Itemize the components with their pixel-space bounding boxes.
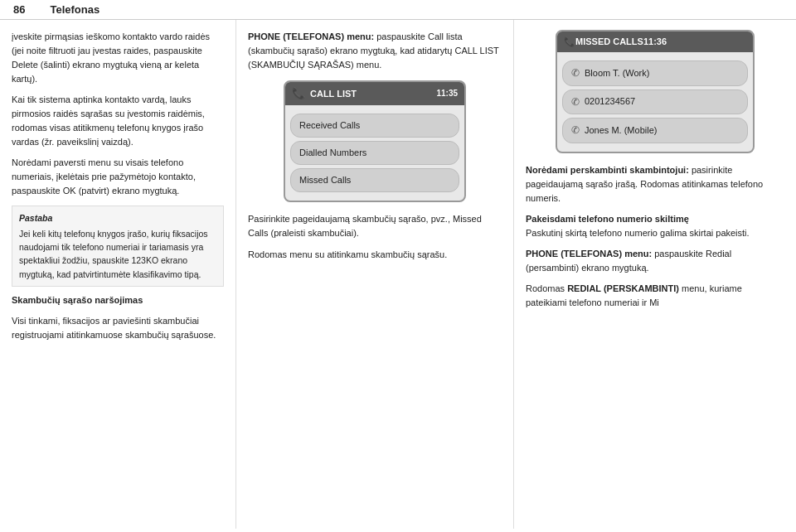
missed-call-label-1: Bloom T. (Work) (585, 66, 649, 80)
col-center-caption1: Pasirinkite pageidaujamą skambučių sąraš… (248, 212, 502, 240)
col-center-caption2: Rodomas menu su atitinkamu skambučių sąr… (248, 248, 502, 262)
page-title: Telefonas (50, 3, 100, 16)
missed-calls-mockup: 📞 MISSED CALLS 11:36 ✆ Bloom T. (Work) ✆… (556, 30, 755, 153)
col-center: PHONE (TELEFONAS) menu: paspauskite Call… (236, 20, 514, 529)
missed-calls-item[interactable]: Missed Calls (290, 168, 459, 192)
note-title: Pastaba (19, 211, 216, 225)
phone-icon: 📞 (292, 85, 305, 102)
col-left-para-1: įveskite pirmąsias ieškomo kontakto vard… (12, 30, 224, 86)
col-right-para-2: Pakeisdami telefono numerio skiltimęPask… (526, 212, 784, 240)
col-left: įveskite pirmąsias ieškomo kontakto vard… (0, 20, 236, 529)
missed-call-item-2[interactable]: ✆ 0201234567 (562, 89, 748, 115)
col-right: 📞 MISSED CALLS 11:36 ✆ Bloom T. (Work) ✆… (514, 20, 796, 529)
dialled-numbers-item[interactable]: Dialled Numbers (290, 141, 459, 165)
col-center-intro: PHONE (TELEFONAS) menu: paspauskite Call… (248, 30, 502, 72)
missed-call-label-2: 0201234567 (585, 94, 635, 109)
received-calls-item[interactable]: Received Calls (290, 114, 459, 138)
col-left-para-4: Skambučių sąrašo naršojimas (12, 293, 224, 307)
missed-calls-header: 📞 MISSED CALLS 11:36 (557, 31, 753, 52)
call-icon-3: ✆ (571, 123, 580, 138)
call-icon-2: ✆ (571, 94, 580, 110)
col-left-para-3: Norėdami paversti menu su visais telefon… (12, 156, 224, 198)
missed-call-item-3[interactable]: ✆ Jones M. (Mobile) (562, 118, 748, 143)
note-content: Jei keli kitų telefonų knygos įrašo, kur… (19, 227, 216, 281)
call-list-header-label: CALL LIST (310, 87, 357, 101)
col-right-para-1: Norėdami perskambinti skambintojui: pasi… (526, 163, 784, 206)
note-box: Pastaba Jei keli kitų telefonų knygos įr… (12, 206, 224, 287)
missed-phone-icon: 📞 (564, 35, 575, 49)
missed-calls-header-label: MISSED CALLS (575, 35, 643, 49)
missed-calls-time: 11:36 (643, 35, 667, 49)
page-number: 86 (13, 3, 25, 16)
col-left-para-5: Visi tinkami, fiksacijos ar paviešinti s… (12, 314, 224, 342)
call-list-time: 11:35 (436, 87, 458, 100)
col-right-para-3: PHONE (TELEFONAS) menu: paspauskite Redi… (526, 247, 784, 275)
call-list-header: 📞 CALL LIST 11:35 (285, 82, 464, 105)
call-icon-1: ✆ (571, 65, 580, 81)
missed-call-label-3: Jones M. (Mobile) (585, 123, 657, 138)
content-area: įveskite pirmąsias ieškomo kontakto vard… (0, 20, 796, 529)
page-header: 86 Telefonas (0, 0, 796, 20)
col-left-para-2: Kai tik sistema aptinka kontakto vardą, … (12, 93, 224, 149)
call-list-mockup: 📞 CALL LIST 11:35 Received Calls Dialled… (284, 80, 466, 202)
col-right-para-4: Rodomas REDIAL (PERSKAMBINTI) menu, kuri… (526, 282, 784, 310)
missed-call-item-1[interactable]: ✆ Bloom T. (Work) (562, 60, 748, 86)
